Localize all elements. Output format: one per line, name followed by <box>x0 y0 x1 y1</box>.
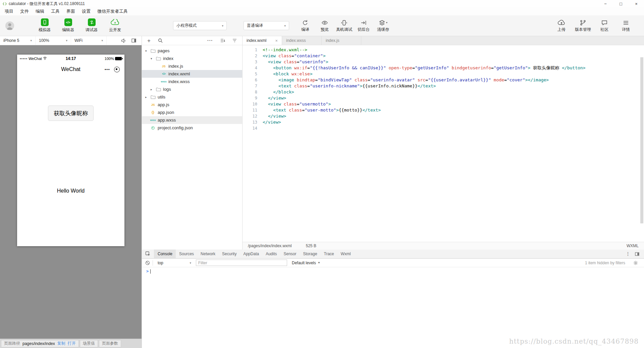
devtools-tab-wxml[interactable]: Wxml <box>337 250 354 258</box>
maximize-button[interactable]: □ <box>613 0 629 7</box>
console-output[interactable]: > <box>142 267 644 348</box>
dock-side-icon[interactable] <box>635 252 639 256</box>
editor-scrollbar[interactable] <box>640 57 643 223</box>
close-button[interactable]: × <box>629 0 644 7</box>
chevron-down-icon: ▾ <box>284 24 286 27</box>
tree-item-pages[interactable]: ▾pages <box>142 47 242 55</box>
menu-item[interactable]: 项目 <box>1 8 17 14</box>
open-link[interactable]: 打开 <box>68 341 76 346</box>
toolbar-debugger-button[interactable]: 调试器 <box>83 18 100 33</box>
toolbar-clear-cache-button[interactable]: ▾清缓存 <box>374 19 392 32</box>
tree-item-app-js[interactable]: JSapp.js <box>142 101 242 109</box>
menu-item[interactable]: 微信开发者工具 <box>94 8 131 14</box>
page-params-label: 页面参数 <box>102 341 118 346</box>
tree-item-logs[interactable]: ▸logs <box>142 85 242 93</box>
collapse-all-icon[interactable] <box>220 39 225 43</box>
devtools-tab-sensor[interactable]: Sensor <box>280 250 300 258</box>
toolbar-preview-button[interactable]: 预览 <box>316 19 333 32</box>
toolbar-editor-button[interactable]: </>编辑器 <box>60 18 76 33</box>
toolbar-remote-debug-button[interactable]: 真机调试 <box>335 19 353 32</box>
tree-item-app-wxss[interactable]: wxssapp.wxss <box>142 116 242 124</box>
folder-icon <box>155 87 162 91</box>
toolbar-details-button[interactable]: 详情 <box>617 19 635 32</box>
chevron-down-icon[interactable]: ▾ <box>151 57 155 60</box>
toolbar-version-button[interactable]: 版本管理 <box>574 19 592 32</box>
code-line: 9 </view> <box>243 95 644 101</box>
main-area: iPhone 5▾100%▾WiFi▾ ●●●●● WeChat 14 <box>0 36 644 348</box>
zoom-select[interactable]: 100%▾ <box>36 36 71 45</box>
toolbar-actions: 编译预览真机调试切后台▾清缓存 <box>297 19 392 32</box>
devtools-tab-sources[interactable]: Sources <box>176 250 197 258</box>
log-levels-select[interactable]: Default levels ▼ <box>292 261 320 265</box>
menu-item[interactable]: 设置 <box>78 8 94 14</box>
devtools-tab-security[interactable]: Security <box>219 250 240 258</box>
explorer-toolbar: +··· <box>142 36 242 45</box>
dock-right-icon[interactable] <box>131 39 136 43</box>
menu-item[interactable]: 工具 <box>48 8 63 14</box>
more-vertical-icon[interactable]: ··· <box>626 252 630 257</box>
console-settings-icon[interactable] <box>633 261 638 265</box>
chevron-right-icon[interactable]: ▸ <box>145 95 150 99</box>
toolbar-right-actions: 上传版本管理社区详情 <box>553 19 635 32</box>
tree-item-index-wxss[interactable]: wxssindex.wxss <box>142 78 242 85</box>
line-number: 6 <box>243 77 263 83</box>
user-avatar[interactable] <box>5 21 14 30</box>
signal-strength-icon: ●●●●● <box>20 58 28 60</box>
chevron-down-icon[interactable]: ▾ <box>145 49 150 53</box>
more-menu-icon[interactable]: ••• <box>105 67 110 71</box>
home-capsule-icon[interactable] <box>114 67 120 72</box>
console-toolbar: top ▾ Default levels ▼ 1 item hidden by … <box>142 259 644 267</box>
minimize-button[interactable]: − <box>598 0 613 7</box>
toolbar-upload-button[interactable]: 上传 <box>553 19 570 32</box>
toolbar-community-button[interactable]: 社区 <box>596 19 613 32</box>
line-number: 10 <box>243 101 263 107</box>
toolbar-compile-button[interactable]: 编译 <box>297 19 314 32</box>
speaker-icon[interactable] <box>121 39 126 43</box>
compile-mode-select[interactable]: 普通编译 ▾ <box>244 21 289 30</box>
toolbar-simulator-button[interactable]: 模拟器 <box>36 18 53 33</box>
get-userinfo-button[interactable]: 获取头像昵称 <box>48 106 94 121</box>
console-input-row[interactable]: > <box>142 268 644 275</box>
tree-item-app-json[interactable]: {}app.json <box>142 109 242 116</box>
add-icon[interactable]: + <box>147 38 151 44</box>
inspect-icon[interactable] <box>142 250 154 258</box>
network-select[interactable]: WiFi▾ <box>71 36 107 45</box>
code-area[interactable]: 1<!--index.wxml-->2<view class="containe… <box>243 45 644 242</box>
editor-tab-index-js[interactable]: index.js <box>322 36 361 45</box>
tree-item-index-js[interactable]: JSindex.js <box>142 62 242 70</box>
tree-item-index-wxml[interactable]: <>index.wxml <box>142 70 242 78</box>
wifi-icon <box>43 57 47 61</box>
tree-item-utils[interactable]: ▸utils <box>142 93 242 101</box>
line-number: 4 <box>243 65 263 71</box>
editor-tab-index-wxml[interactable]: index.wxml× <box>243 36 282 45</box>
code-line: 7 <text class="userinfo-nickname">{{user… <box>243 83 644 89</box>
tree-item-project-config-json[interactable]: project.config.json <box>142 124 242 132</box>
mode-select[interactable]: 小程序模式 ▾ <box>173 21 227 30</box>
code-line: 12 </view> <box>243 113 644 119</box>
menu-item[interactable]: 文件 <box>17 8 32 14</box>
context-select[interactable]: top ▾ <box>156 260 193 266</box>
devtools-tab-appdata[interactable]: AppData <box>240 250 262 258</box>
search-icon[interactable] <box>158 38 163 43</box>
menu-item[interactable]: 界面 <box>63 8 78 14</box>
devtools-tab-network[interactable]: Network <box>197 250 219 258</box>
copy-link[interactable]: 复制 <box>57 341 65 346</box>
devtools-tab-storage[interactable]: Storage <box>300 250 321 258</box>
devtools-tab-audits[interactable]: Audits <box>262 250 280 258</box>
chevron-right-icon[interactable]: ▸ <box>151 88 155 91</box>
devtools-tab-trace[interactable]: Trace <box>321 250 337 258</box>
editor-tab-index-wxss[interactable]: index.wxss <box>282 36 322 45</box>
toolbar-cloud-button[interactable]: 云开发 <box>107 18 123 33</box>
sort-icon[interactable] <box>232 39 237 43</box>
clear-console-icon[interactable] <box>145 261 150 265</box>
filter-input[interactable] <box>196 260 287 266</box>
device-select[interactable]: iPhone 5▾ <box>0 36 36 45</box>
more-icon[interactable]: ··· <box>207 38 213 43</box>
devtools-tab-console[interactable]: Console <box>154 250 176 258</box>
chevron-down-icon: ▾ <box>386 21 387 24</box>
close-icon[interactable]: × <box>275 38 278 43</box>
toolbar-background-button[interactable]: 切后台 <box>355 19 372 32</box>
line-number: 11 <box>243 107 263 113</box>
tree-item-index[interactable]: ▾index <box>142 55 242 62</box>
menu-item[interactable]: 编辑 <box>32 8 48 14</box>
